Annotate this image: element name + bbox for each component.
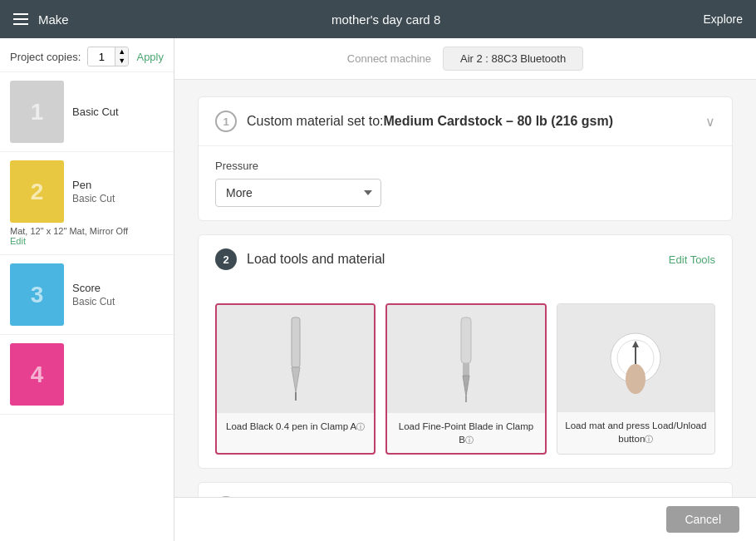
svg-rect-4 (463, 363, 469, 376)
section-load-tools: 2 Load tools and material Edit Tools (198, 234, 733, 469)
cancel-button[interactable]: Cancel (666, 506, 739, 533)
make-label: Make (38, 12, 69, 27)
project-copies-label: Project copies: (10, 51, 81, 63)
mat-thumbnail-2: 2 (10, 160, 64, 223)
copies-down-button[interactable]: ▼ (115, 57, 128, 66)
section-material-body: Pressure More Default Less (199, 146, 732, 220)
copies-up-button[interactable]: ▲ (115, 47, 128, 57)
copies-input[interactable] (88, 48, 115, 66)
tool-card-mat: Load mat and press Load/Unload buttonⓘ (557, 303, 715, 455)
tool-pen-label: Load Black 0.4 pen in Clamp Aⓘ (219, 413, 371, 440)
sidebar-scroll: 1 Basic Cut 2 Pen Basic Cut (0, 72, 174, 541)
content-area: Connect machine Air 2 : 88C3 Bluetooth 1… (174, 38, 756, 541)
section-press-go-header: 3 Press Go (199, 483, 732, 497)
main-layout: Project copies: ▲ ▼ Apply 1 Basic Cut (0, 38, 756, 541)
edit-tools-link[interactable]: Edit Tools (669, 253, 715, 266)
mat-info-3: Score Basic Cut (72, 282, 115, 307)
tool-mat-image (557, 304, 714, 412)
step-2-circle: 2 (215, 248, 237, 270)
svg-marker-1 (292, 367, 300, 392)
list-item[interactable]: 1 Basic Cut (0, 72, 174, 152)
tool-card-pen: Load Black 0.4 pen in Clamp Aⓘ (215, 303, 376, 455)
header-title: mother's day card 8 (69, 12, 704, 27)
mat-edit-row-2: Mat, 12" x 12" Mat, Mirror Off Edit (10, 226, 164, 246)
section-material-header[interactable]: 1 Custom material set to:Medium Cardstoc… (199, 97, 732, 146)
sections: 1 Custom material set to:Medium Cardstoc… (174, 80, 756, 497)
svg-point-9 (626, 364, 646, 394)
mat-info-2: Pen Basic Cut (72, 179, 115, 204)
sidebar: Project copies: ▲ ▼ Apply 1 Basic Cut (0, 38, 174, 541)
svg-rect-0 (292, 317, 300, 367)
section-load-tools-header: 2 Load tools and material Edit Tools (199, 235, 732, 283)
mat-info-1: Basic Cut (72, 106, 119, 118)
tool-blade-label: Load Fine-Point Blade in Clamp Bⓘ (387, 413, 544, 453)
pressure-select[interactable]: More Default Less (215, 179, 381, 207)
svg-marker-5 (463, 376, 469, 396)
svg-rect-3 (461, 317, 471, 363)
tool-card-blade: Load Fine-Point Blade in Clamp Bⓘ (385, 303, 546, 455)
mat-thumbnail-4: 4 (10, 343, 64, 406)
pressure-label: Pressure (215, 160, 715, 172)
menu-icon[interactable] (13, 13, 28, 25)
list-item[interactable]: 3 Score Basic Cut (0, 255, 174, 335)
app-header: Make mother's day card 8 Explore (0, 0, 756, 38)
connect-bar: Connect machine Air 2 : 88C3 Bluetooth (174, 38, 756, 80)
explore-link[interactable]: Explore (704, 12, 743, 26)
connect-label: Connect machine (347, 52, 431, 65)
mat-thumbnail-1: 1 (10, 81, 64, 143)
sidebar-top: Project copies: ▲ ▼ Apply (0, 38, 174, 72)
step-1-circle: 1 (215, 111, 237, 132)
copies-input-wrap: ▲ ▼ (87, 47, 129, 66)
mat-thumbnail-3: 3 (10, 263, 64, 326)
tool-pen-image (217, 305, 374, 413)
chevron-down-icon: ∨ (705, 114, 715, 130)
section-material: 1 Custom material set to:Medium Cardstoc… (198, 96, 733, 221)
section-press-go: 3 Press Go Speed automatically set for t… (198, 482, 733, 497)
connect-machine-button[interactable]: Air 2 : 88C3 Bluetooth (443, 47, 583, 71)
tool-mat-label: Load mat and press Load/Unload buttonⓘ (557, 412, 714, 452)
apply-button[interactable]: Apply (136, 51, 164, 63)
section-load-tools-body: Load Black 0.4 pen in Clamp Aⓘ (199, 283, 732, 468)
tools-grid: Load Black 0.4 pen in Clamp Aⓘ (215, 303, 715, 455)
list-item[interactable]: 2 Pen Basic Cut Mat, 12" x 12" Mat, Mirr… (0, 152, 174, 255)
bottom-bar: Cancel (174, 497, 756, 541)
copies-arrows: ▲ ▼ (115, 47, 128, 66)
section-load-tools-title: Load tools and material (247, 252, 660, 267)
list-item[interactable]: 4 (0, 335, 174, 415)
section-material-title: Custom material set to:Medium Cardstock … (247, 114, 705, 129)
tool-blade-image (387, 305, 544, 413)
